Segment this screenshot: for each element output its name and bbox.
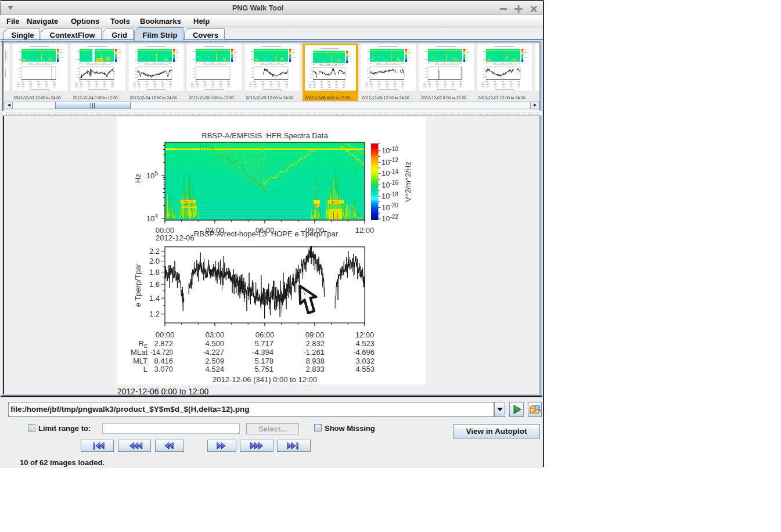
svg-text:3.070: 3.070 — [154, 365, 173, 373]
svg-text:4.553: 4.553 — [355, 365, 375, 373]
svg-text:-4.227: -4.227 — [203, 348, 224, 357]
svg-text:5.717: 5.717 — [254, 339, 273, 348]
svg-text:2012-12-06 (341) 0:00 to 12:00: 2012-12-06 (341) 0:00 to 12:00 — [213, 375, 317, 384]
svg-text:1.2: 1.2 — [149, 310, 160, 318]
svg-text:2012-12-06: 2012-12-06 — [156, 233, 195, 242]
svg-text:-4.394: -4.394 — [252, 348, 273, 357]
svg-text:8.938: 8.938 — [305, 357, 325, 365]
svg-text:5.178: 5.178 — [254, 357, 273, 365]
svg-text:-14.720: -14.720 — [150, 348, 173, 357]
svg-text:MLT: MLT — [133, 357, 147, 365]
svg-text:2.832: 2.832 — [305, 339, 325, 348]
svg-text:10-18: 10-18 — [381, 191, 398, 201]
svg-text:-1.261: -1.261 — [303, 348, 325, 357]
svg-text:1.4: 1.4 — [149, 294, 160, 303]
svg-text:2.833: 2.833 — [305, 365, 325, 373]
svg-text:00:00: 00:00 — [156, 330, 175, 339]
svg-text:Hz: Hz — [134, 174, 142, 183]
svg-text:10-12: 10-12 — [381, 157, 398, 167]
svg-text:-4.696: -4.696 — [353, 348, 375, 357]
svg-text:10-14: 10-14 — [381, 168, 398, 178]
svg-text:4.500: 4.500 — [205, 339, 224, 348]
svg-text:e Tperp/Tpar: e Tperp/Tpar — [134, 263, 142, 307]
svg-text:104: 104 — [146, 213, 158, 223]
svg-text:1.8: 1.8 — [149, 268, 160, 276]
svg-text:10-22: 10-22 — [381, 214, 398, 224]
svg-text:L: L — [143, 365, 147, 373]
svg-text:V^2/m^2/Hz: V^2/m^2/Hz — [404, 161, 412, 202]
svg-text:10-20: 10-20 — [381, 202, 398, 212]
svg-text:2.509: 2.509 — [205, 357, 224, 365]
svg-text:2.872: 2.872 — [154, 339, 173, 348]
svg-text:12:00: 12:00 — [355, 226, 375, 235]
svg-text:ContextFlow: ContextFlow — [50, 31, 96, 39]
svg-text:03:00: 03:00 — [206, 330, 225, 339]
svg-text:10-16: 10-16 — [381, 179, 398, 189]
svg-text:1.6: 1.6 — [149, 280, 160, 289]
svg-text:4.524: 4.524 — [205, 365, 224, 373]
svg-text:09:00: 09:00 — [305, 330, 325, 339]
svg-text:Grid: Grid — [111, 31, 127, 39]
svg-text:3.032: 3.032 — [355, 357, 375, 365]
svg-text:12:00: 12:00 — [355, 330, 375, 339]
svg-text:MLat: MLat — [131, 348, 147, 357]
svg-text:8.416: 8.416 — [154, 357, 173, 365]
svg-text:10-10: 10-10 — [381, 146, 398, 155]
svg-text:RBSP-A/rect-hope-L3 HOPE e Tp: RBSP-A/rect-hope-L3 HOPE e Tperp/Tpar — [194, 229, 339, 238]
svg-text:105: 105 — [146, 170, 158, 180]
svg-text:06:00: 06:00 — [255, 330, 275, 339]
svg-text:Covers: Covers — [193, 31, 218, 39]
svg-text:RBSP-A/EMFISIS HFR Spectra Da: RBSP-A/EMFISIS HFR Spectra Data — [201, 131, 328, 140]
svg-text:4.523: 4.523 — [355, 339, 375, 348]
svg-text:Film Strip: Film Strip — [143, 31, 178, 39]
svg-text:2.2: 2.2 — [149, 247, 160, 256]
svg-text:5.751: 5.751 — [254, 365, 273, 373]
svg-text:2.0: 2.0 — [149, 257, 160, 265]
svg-text:Single: Single — [11, 31, 34, 39]
